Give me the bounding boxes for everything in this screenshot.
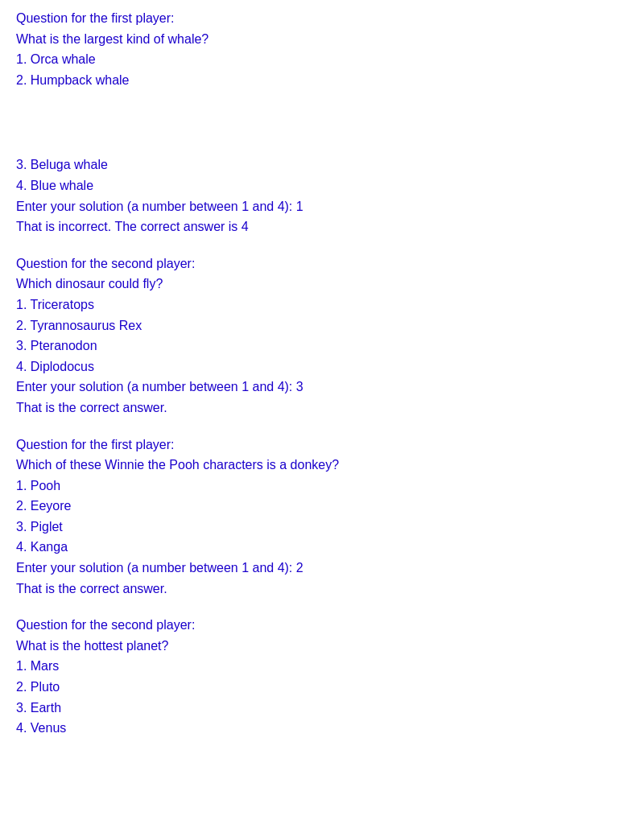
text-line: Which dinosaur could fly? <box>16 274 628 295</box>
block-q1-rest: 3. Beluga whale4. Blue whaleEnter your s… <box>16 154 628 237</box>
text-line: 1. Mars <box>16 656 628 677</box>
text-line: That is the correct answer. <box>16 398 628 418</box>
text-line: 2. Humpback whale <box>16 70 628 91</box>
text-line: Which of these Winnie the Pooh character… <box>16 455 628 476</box>
text-line: Enter your solution (a number between 1 … <box>16 196 628 217</box>
text-line: 3. Piglet <box>16 517 628 538</box>
app-container: Question for the first player:What is th… <box>16 8 628 739</box>
text-line: 3. Beluga whale <box>16 154 628 175</box>
text-line: Question for the second player: <box>16 253 628 274</box>
text-line: 4. Kanga <box>16 537 628 558</box>
text-line: 2. Pluto <box>16 677 628 698</box>
text-line: 2. Tyrannosaurus Rex <box>16 315 628 336</box>
text-line: 4. Diplodocus <box>16 356 628 377</box>
text-line: 2. Eeyore <box>16 496 628 517</box>
block-q3: Question for the first player:Which of t… <box>16 435 628 599</box>
text-line: Question for the first player: <box>16 8 628 29</box>
block-q2: Question for the second player:Which din… <box>16 253 628 418</box>
text-line: 3. Earth <box>16 698 628 719</box>
block-q4: Question for the second player:What is t… <box>16 615 628 739</box>
text-line: 4. Venus <box>16 718 628 739</box>
text-line: Enter your solution (a number between 1 … <box>16 377 628 398</box>
text-line: 3. Pteranodon <box>16 336 628 356</box>
text-line: What is the hottest planet? <box>16 636 628 657</box>
text-line: 1. Pooh <box>16 476 628 496</box>
text-line: 1. Orca whale <box>16 49 628 70</box>
text-line: Question for the second player: <box>16 615 628 636</box>
text-line: That is the correct answer. <box>16 579 628 599</box>
text-line: Question for the first player: <box>16 435 628 455</box>
text-line: Enter your solution (a number between 1 … <box>16 558 628 579</box>
block-q1-header: Question for the first player:What is th… <box>16 8 628 90</box>
text-line: What is the largest kind of whale? <box>16 29 628 50</box>
text-line: 1. Triceratops <box>16 295 628 315</box>
text-line: That is incorrect. The correct answer is… <box>16 216 628 237</box>
text-line: 4. Blue whale <box>16 175 628 196</box>
